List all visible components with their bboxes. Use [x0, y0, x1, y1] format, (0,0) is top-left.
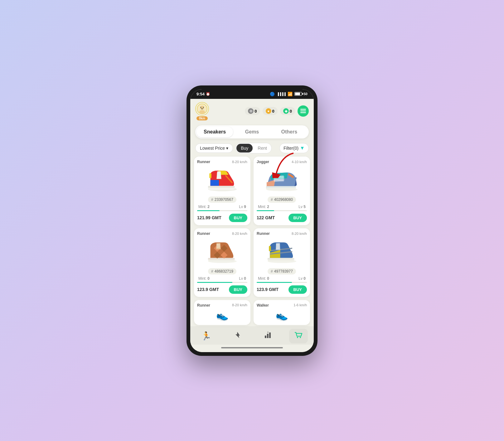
progress-bar-4: [257, 282, 307, 283]
battery-level: 50: [304, 92, 308, 96]
nav-boost[interactable]: [228, 329, 247, 343]
svg-point-51: [300, 337, 301, 338]
card-speed-1: 8-20 km/h: [232, 160, 247, 164]
nav-run[interactable]: 🏃: [196, 329, 216, 343]
card-price-4: 123.9 GMT: [257, 287, 279, 292]
level-label-4: Lv 0: [298, 276, 306, 281]
buy-button-3[interactable]: BUY: [229, 285, 247, 294]
coin-gold: ● 0: [263, 107, 278, 115]
card-type-bar-1: Runner 8-20 km/h: [197, 160, 247, 164]
wifi-icon: 📶: [288, 92, 293, 96]
status-right: 🔵 ▐▐▐▐ 📶 50: [270, 92, 308, 96]
status-bar: 9:54 ⏰ 🔵 ▐▐▐▐ 📶 50: [190, 89, 314, 99]
svg-rect-45: [265, 336, 266, 338]
partial-card-1: Runner 8-20 km/h 👟: [194, 300, 250, 325]
buy-rent-toggle: Buy Rent: [235, 143, 272, 153]
partial-type-label-2: Walker: [257, 303, 269, 308]
bottom-nav: 🏃: [190, 326, 314, 345]
sneaker-image-1: [197, 166, 247, 194]
svg-rect-44: [269, 246, 271, 251]
battery-fill: [295, 93, 300, 95]
partial-type-label-1: Runner: [197, 303, 210, 308]
svg-line-42: [276, 247, 279, 247]
shop-icon: [294, 331, 303, 342]
filter-label: Filter(0): [284, 146, 298, 151]
coin-green-icon: ◈: [283, 108, 289, 114]
card-type-3: Runner: [197, 231, 210, 236]
svg-line-34: [216, 247, 220, 247]
card-stats-1: Mint: 2 Lv 9: [197, 205, 247, 209]
filter-funnel-icon: ▼: [300, 145, 305, 151]
partial-speed-2: 1-6 km/h: [293, 303, 307, 308]
menu-button[interactable]: [298, 105, 309, 117]
tab-gems[interactable]: Gems: [234, 127, 270, 137]
tabs: Sneakers Gems Others: [195, 125, 309, 138]
progress-fill-1: [197, 210, 220, 211]
sort-button[interactable]: Lowest Price ▾: [195, 143, 233, 153]
level-label-3: Lv 0: [239, 276, 246, 281]
avatar[interactable]: [195, 102, 209, 116]
nav-stats[interactable]: [259, 329, 277, 343]
buy-toggle[interactable]: Buy: [236, 144, 253, 153]
card-footer-3: 123.9 GMT BUY: [197, 285, 247, 294]
tabs-container: Sneakers Gems Others: [190, 124, 314, 142]
coin-gray-value: 0: [254, 109, 257, 114]
card-id-1: # 233970567: [208, 196, 236, 203]
coin-green: ◈ 0: [280, 107, 295, 115]
progress-bar-3: [197, 282, 247, 283]
signal-icon: ▐▐▐▐: [277, 92, 285, 96]
sneaker-card-1: Runner 8-20 km/h: [194, 157, 250, 225]
phone-frame: 9:54 ⏰ 🔵 ▐▐▐▐ 📶 50: [187, 85, 317, 356]
progress-fill-2: [257, 210, 274, 211]
svg-rect-5: [300, 109, 306, 110]
run-icon: 🏃: [201, 331, 211, 341]
card-footer-2: 122 GMT BUY: [257, 214, 307, 222]
card-footer-4: 123.9 GMT BUY: [257, 285, 307, 294]
card-type-1: Runner: [197, 160, 210, 164]
rent-toggle[interactable]: Rent: [253, 143, 271, 153]
card-speed-3: 8-20 km/h: [232, 232, 247, 235]
card-id-text-3: 486832719: [215, 269, 233, 274]
coin-gray: ⊙ 0: [245, 107, 260, 115]
sneaker-card-3: Runner 8-20 km/h: [194, 228, 250, 297]
card-price-3: 123.9 GMT: [197, 287, 219, 292]
sort-label: Lowest Price: [200, 146, 225, 151]
tab-others[interactable]: Others: [271, 127, 308, 137]
time: 9:54: [196, 92, 205, 96]
hash-icon-2: #: [271, 197, 273, 202]
partial-card-2: Walker 1-6 km/h 👟: [254, 300, 310, 325]
coin-gray-icon: ⊙: [248, 108, 254, 114]
card-stats-4: Mint: 0 Lv 0: [257, 276, 307, 281]
partial-type-2: Walker 1-6 km/h: [257, 303, 307, 308]
card-type-2: Jogger: [257, 160, 269, 164]
buy-button-4[interactable]: BUY: [288, 285, 307, 294]
card-price-2: 122 GMT: [257, 215, 275, 220]
progress-bar-1: [197, 210, 247, 211]
card-id-text-1: 233970567: [215, 197, 233, 202]
svg-marker-48: [267, 332, 269, 333]
mint-label-4: Mint: 0: [258, 276, 269, 281]
tab-sneakers[interactable]: Sneakers: [196, 127, 233, 137]
partial-speed-1: 8-20 km/h: [232, 303, 247, 308]
card-id-4: # 497783977: [268, 268, 296, 274]
status-left: 9:54 ⏰: [196, 92, 210, 96]
sneaker-image-2: [257, 166, 307, 194]
buy-button-2[interactable]: BUY: [288, 214, 307, 222]
nav-shop[interactable]: [289, 329, 308, 343]
svg-point-50: [297, 337, 298, 338]
card-speed-4: 8-20 km/h: [292, 232, 307, 235]
mint-label-2: Mint: 2: [258, 205, 269, 209]
svg-rect-27: [208, 258, 235, 259]
partial-type-1: Runner 8-20 km/h: [197, 303, 247, 308]
chevron-down-icon: ▾: [226, 146, 228, 151]
stats-icon: [264, 331, 272, 342]
filter-button[interactable]: Filter(0) ▼: [279, 143, 309, 153]
hash-icon-1: #: [211, 197, 213, 202]
filter-bar: Lowest Price ▾ Buy Rent Filter(0) ▼: [190, 142, 314, 157]
card-speed-2: 4-10 km/h: [292, 160, 307, 164]
buy-button-1[interactable]: BUY: [229, 214, 247, 222]
phone-screen: 9:54 ⏰ 🔵 ▐▐▐▐ 📶 50: [190, 89, 314, 352]
coin-gold-value: 0: [272, 109, 274, 114]
card-id-2: # 402968080: [268, 196, 296, 203]
avatar-container[interactable]: 0km: [195, 102, 209, 120]
